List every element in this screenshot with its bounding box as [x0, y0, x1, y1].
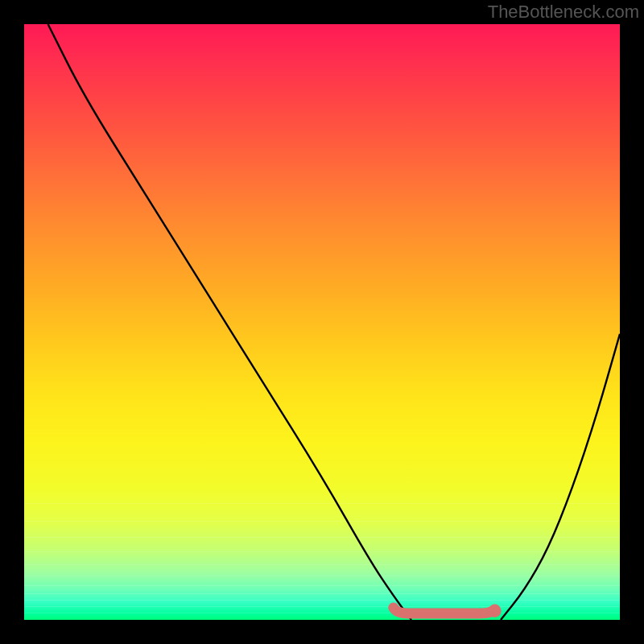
chart-svg: [24, 24, 620, 620]
attribution-text: TheBottleneck.com: [488, 2, 639, 23]
plot-area: [24, 24, 620, 620]
left-curve: [48, 24, 411, 620]
marker-dot: [489, 605, 502, 617]
optimal-flat-region: [394, 608, 495, 613]
right-curve: [501, 334, 620, 620]
